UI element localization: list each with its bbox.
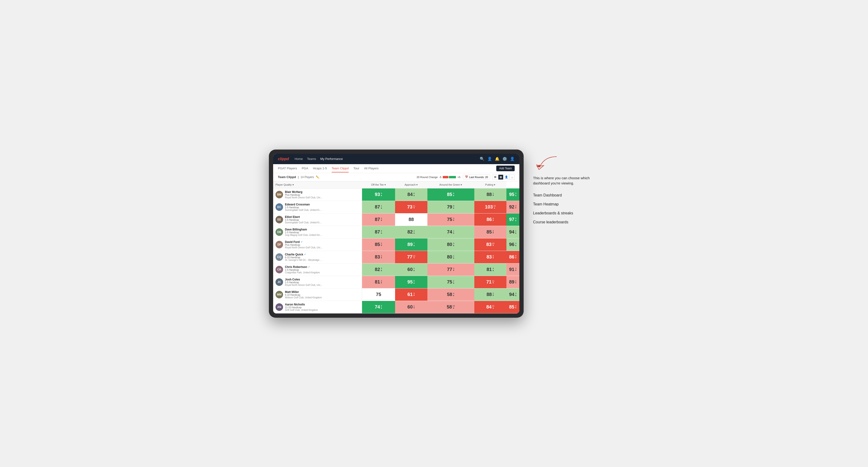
col-around-green[interactable]: Around the Green ▾	[427, 181, 474, 188]
score-number: 103	[485, 204, 493, 210]
arrow-down-icon: ▼	[492, 195, 494, 196]
tablet-screen: clippd Home Teams My Performance 🔍 👤 🔔 ⚙…	[273, 154, 519, 313]
player-handicap: 1-5 Handicap	[285, 269, 320, 271]
score-change: 3▲	[515, 292, 517, 297]
separator: |	[298, 176, 299, 179]
grid-view-button[interactable]: ⊞	[493, 175, 498, 180]
arrow-up-icon: ▲	[380, 270, 382, 272]
arrow-down-icon: ▼	[453, 220, 455, 221]
annotation-team-dashboard: Team Dashboard	[533, 193, 599, 197]
score-cell: 854▼	[506, 301, 519, 313]
score-cell: 753▼	[427, 213, 474, 226]
score-inner: 882▼	[474, 288, 507, 301]
sub-nav-pgat[interactable]: PGAT Players	[278, 165, 297, 173]
score-cell: 959▲	[506, 188, 519, 201]
download-view-button[interactable]: ↓	[509, 175, 515, 180]
player-cell[interactable]: JCJosh Coles1-5 HandicapRoyal North Devo…	[273, 276, 362, 288]
score-cell: 833▼	[362, 251, 395, 263]
player-cell[interactable]: CRChris Robertson ✓1-5 HandicapCraigmill…	[273, 263, 362, 276]
player-cell[interactable]: EEElliot Ebert1-5 HandicapSunningdale Go…	[273, 214, 362, 226]
score-number: 71	[486, 279, 492, 285]
nav-my-performance[interactable]: My Performance	[320, 156, 343, 161]
arrow-up-icon: ▲	[453, 294, 455, 297]
score-number: 87	[375, 229, 380, 235]
arrow-up-icon: ▲	[453, 232, 455, 234]
person-view-button[interactable]: 👤	[504, 175, 509, 180]
player-cell[interactable]: CQCharlie Quick ✓6-10 HandicapSt. George…	[273, 251, 362, 263]
sub-nav-all-players[interactable]: All Players	[364, 165, 378, 173]
score-cell: 584▲	[427, 288, 474, 301]
avatar: AN	[276, 303, 283, 311]
arrow-down-icon: ▼	[413, 307, 415, 309]
add-team-button[interactable]: Add Team	[496, 165, 515, 171]
score-change: 15▲	[493, 205, 496, 209]
player-name: Aaron Nicholls	[285, 303, 318, 306]
score-change: 14▼	[413, 255, 415, 259]
annotation-team-heatmap: Team Heatmap	[533, 202, 599, 206]
score-number: 60	[407, 304, 412, 310]
player-cell[interactable]: BMBlair McHargPlus HandicapRoyal North D…	[273, 188, 362, 201]
score-inner: 833▼	[362, 251, 395, 263]
user-icon[interactable]: 👤	[487, 157, 492, 161]
arrow-up-icon: ▲	[413, 270, 415, 272]
score-change: 6▼	[492, 217, 494, 221]
player-cell[interactable]: DFDavid Ford ✓Plus HandicapRoyal North D…	[273, 239, 362, 251]
avatar-icon[interactable]: 👤	[510, 157, 515, 161]
player-cell[interactable]: ECEdward Crossman1-5 HandicapSunningdale…	[273, 201, 362, 213]
score-number: 84	[486, 304, 492, 310]
score-number: 83	[375, 254, 380, 260]
settings-icon[interactable]: ⚙️	[502, 157, 507, 161]
player-club: Royal North Devon Golf Club, United King…	[285, 246, 323, 249]
col-off-tee[interactable]: Off the Tee ▾	[362, 181, 395, 188]
score-cell: 873▼	[362, 213, 395, 226]
score-number: 94	[509, 229, 514, 235]
list-view-button[interactable]: ▦	[498, 175, 503, 180]
table-row: EEElliot Ebert1-5 HandicapSunningdale Go…	[273, 213, 519, 226]
score-cell: 75	[362, 288, 395, 301]
edit-icon[interactable]: ✏️	[316, 176, 319, 179]
avatar: JC	[276, 278, 283, 286]
player-name: Charlie Quick ✓	[285, 253, 323, 256]
arrow-down-icon: ▼	[515, 282, 517, 284]
player-cell-container: CRChris Robertson ✓1-5 HandicapCraigmill…	[273, 263, 362, 276]
score-cell: 752▲	[427, 276, 474, 288]
score-inner: 854▼	[506, 301, 519, 313]
nav-teams[interactable]: Teams	[307, 156, 316, 161]
player-cell[interactable]: ANAaron Nicholls11-15 HandicapDrift Golf…	[273, 301, 362, 313]
avatar: BM	[276, 191, 283, 198]
score-change: 3▼	[380, 217, 382, 221]
score-change: 6▲	[413, 192, 415, 196]
table-row: DFDavid Ford ✓Plus HandicapRoyal North D…	[273, 238, 519, 251]
sub-nav-pga[interactable]: PGA	[302, 165, 308, 173]
score-inner: 939▲	[362, 188, 395, 201]
score-change: 9▲	[453, 205, 455, 209]
sub-nav-hcaps[interactable]: Hcaps 1-5	[313, 165, 327, 173]
score-cell: 939▲	[362, 188, 395, 201]
bell-icon[interactable]: 🔔	[495, 157, 500, 161]
col-approach[interactable]: Approach ▾	[395, 181, 427, 188]
arrow-up-icon: ▲	[453, 282, 455, 284]
nav-home[interactable]: Home	[294, 156, 303, 161]
last-rounds-button[interactable]: 📅 Last Rounds: 20	[463, 175, 490, 180]
arrow-down-icon: ▼	[515, 307, 517, 309]
tablet-frame: clippd Home Teams My Performance 🔍 👤 🔔 ⚙…	[269, 150, 524, 318]
table-body: BMBlair McHargPlus HandicapRoyal North D…	[273, 188, 519, 313]
score-change: 9▲	[515, 192, 517, 196]
player-cell[interactable]: MMMatt Miller6-10 HandicapWoburn Golf Cl…	[273, 288, 362, 301]
score-change: 8▼	[515, 255, 517, 259]
col-putting[interactable]: Putting ▾	[474, 181, 507, 188]
player-cell[interactable]: DBDave Billingham1-5 HandicapGog Magog G…	[273, 226, 362, 238]
score-cell: 963▲	[506, 238, 519, 251]
score-change: 3▼	[380, 243, 382, 247]
sub-nav-tour[interactable]: Tour	[353, 165, 359, 173]
sub-nav-team-clippd[interactable]: Team Clippd	[332, 165, 349, 173]
col-player[interactable]: Player Quality ▾	[273, 181, 362, 188]
player-club: Drift Golf Club, United Kingdom	[285, 309, 318, 311]
score-change: 3▼	[453, 268, 455, 272]
score-change: 8▲	[380, 305, 382, 309]
table-row: CRChris Robertson ✓1-5 HandicapCraigmill…	[273, 263, 519, 276]
score-cell: 7311▼	[395, 201, 427, 213]
score-number: 75	[447, 279, 452, 285]
search-icon[interactable]: 🔍	[480, 157, 485, 161]
player-club: Craigmillar Park, United Kingdom	[285, 271, 320, 274]
